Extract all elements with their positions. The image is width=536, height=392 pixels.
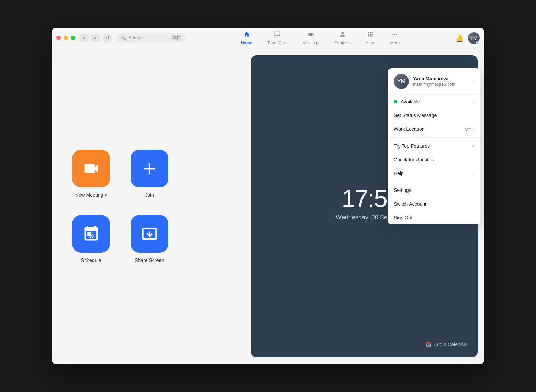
search-shortcut: ⌘F [171,35,181,41]
close-button[interactable] [56,36,61,40]
team-chat-icon [274,31,281,39]
switch-account-label: Switch Account [394,201,474,207]
work-location-label: Work Location [394,126,461,132]
check-updates-label: Check for Updates [394,157,474,162]
tab-team-chat[interactable]: Team Chat [260,29,295,47]
nav-right: 🔔 YM [455,32,480,44]
work-location-right: Off › [465,127,474,132]
dropdown-check-updates-item[interactable]: Check for Updates [388,153,480,166]
external-link-icon: ↗ [471,144,474,148]
sign-out-label: Sign Out [394,215,474,220]
join-button[interactable] [131,150,168,187]
add-calendar-button[interactable]: 📅 Add a Calendar [425,342,467,347]
notifications-button[interactable]: 🔔 [455,34,464,42]
contacts-icon [339,31,346,39]
new-meeting-button[interactable] [72,150,110,187]
new-meeting-item[interactable]: New Meeting ▾ [72,150,110,198]
set-status-label: Set Status Message [394,113,474,118]
search-bar[interactable]: 🔍 Search ⌘F [116,33,185,43]
dropdown-menu: YM Yana Mamaieva mam***@macpaw.com › Ava… [388,68,480,224]
status-dot-icon [394,100,397,103]
new-meeting-label: New Meeting ▾ [75,192,107,198]
search-icon: 🔍 [121,35,126,41]
home-icon [243,31,250,39]
action-row-bottom: 19 Schedule Share Screen [72,215,168,263]
dropdown-set-status-item[interactable]: Set Status Message [388,108,480,122]
tab-team-chat-label: Team Chat [267,41,287,45]
tab-contacts[interactable]: Contacts [327,29,358,47]
app-window: ‹ › ↺ 🔍 Search ⌘F Home Team Chat [52,28,484,364]
dropdown-switch-account-item[interactable]: Switch Account [388,197,480,211]
tab-meetings-label: Meetings [302,41,319,45]
dropdown-user-header[interactable]: YM Yana Mamaieva mam***@macpaw.com › [388,68,480,95]
dropdown-sign-out-item[interactable]: Sign Out [388,211,480,224]
share-screen-button[interactable] [131,215,168,253]
schedule-button[interactable]: 19 [72,215,110,253]
main-content: New Meeting ▾ Join [52,48,484,364]
action-row-top: New Meeting ▾ Join [72,150,168,198]
maximize-button[interactable] [71,36,75,40]
help-label: Help [394,171,469,176]
work-location-chevron-icon: › [473,127,474,132]
dropdown-status-item[interactable]: Available › [388,95,480,108]
work-location-value: Off [465,127,471,132]
apps-icon [367,31,374,39]
divider-2 [388,182,480,182]
tab-home[interactable]: Home [233,29,260,47]
dropdown-user-info: Yana Mamaieva mam***@macpaw.com [413,76,469,87]
dropdown-work-location-item[interactable]: Work Location Off › [388,122,480,136]
schedule-label: Schedule [81,257,101,263]
nav-tabs: Home Team Chat Meetings Co [185,29,455,47]
title-bar: ‹ › ↺ 🔍 Search ⌘F Home Team Chat [52,28,484,48]
dropdown-settings-item[interactable]: Settings [388,183,480,197]
help-chevron-icon: › [473,171,474,176]
tab-apps-label: Apps [366,41,375,45]
dropdown-help-item[interactable]: Help › [388,166,480,180]
search-placeholder: Search [129,35,143,41]
dropdown-avatar: YM [394,74,409,89]
user-chevron-icon: › [473,79,474,84]
divider-1 [388,137,480,138]
add-calendar-label: Add a Calendar [434,342,467,347]
share-screen-label: Share Screen [135,257,164,263]
clock-date: Wednesday, 20 Sept [336,214,392,221]
traffic-lights [56,36,75,40]
new-meeting-chevron: ▾ [105,193,107,197]
more-icon [391,31,398,39]
svg-text:19: 19 [89,233,94,239]
forward-button[interactable]: › [90,34,100,42]
meetings-icon [308,31,314,39]
tab-more-label: More [390,41,400,45]
schedule-item[interactable]: 19 Schedule [72,215,110,263]
clock-display: 17:5 Wednesday, 20 Sept [336,184,392,221]
join-label: Join [145,192,154,198]
back-button[interactable]: ‹ [79,34,89,42]
dropdown-try-features-item[interactable]: Try Top Features ↗ [388,139,480,153]
tab-home-label: Home [241,41,252,45]
tab-more[interactable]: More [383,29,407,47]
nav-buttons: ‹ › [79,34,100,42]
share-screen-item[interactable]: Share Screen [131,215,168,263]
status-chevron-icon: › [473,99,474,104]
tab-meetings[interactable]: Meetings [295,29,327,47]
try-features-label: Try Top Features [394,143,468,149]
join-item[interactable]: Join [131,150,168,198]
tab-apps[interactable]: Apps [358,29,382,47]
dropdown-user-name: Yana Mamaieva [413,76,469,81]
online-status-dot [476,41,479,44]
clock-time: 17:5 [336,184,392,212]
action-panel: New Meeting ▾ Join [52,48,244,364]
calendar-icon: 📅 [425,342,431,347]
dropdown-user-email: mam***@macpaw.com [413,82,469,87]
settings-label: Settings [394,187,474,193]
avatar[interactable]: YM [468,32,480,44]
refresh-button[interactable]: ↺ [103,33,112,43]
tab-contacts-label: Contacts [334,41,350,45]
minimize-button[interactable] [64,36,68,40]
status-label: Available [401,99,469,104]
